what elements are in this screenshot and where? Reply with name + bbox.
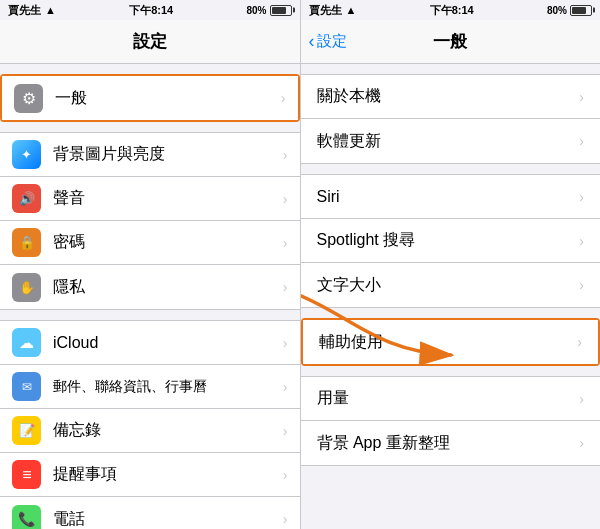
spotlight-label: Spotlight 搜尋 bbox=[317, 230, 580, 251]
right-group-2: Siri › Spotlight 搜尋 › 文字大小 › bbox=[301, 174, 601, 308]
battery-icon-left bbox=[270, 5, 292, 16]
list-item-passcode[interactable]: 🔒 密碼 › bbox=[0, 221, 300, 265]
wifi-icon-left: ▲ bbox=[45, 4, 56, 16]
usage-chevron: › bbox=[579, 391, 584, 407]
nav-bar-left: 設定 bbox=[0, 20, 300, 64]
battery-percent-left: 80% bbox=[246, 5, 266, 16]
phone-icon: 📞 bbox=[12, 505, 41, 530]
general-chevron: › bbox=[281, 90, 286, 106]
nav-title-right: 一般 bbox=[433, 30, 467, 53]
carrier-right: 賈先生 bbox=[309, 3, 342, 18]
left-group-2: ✦ 背景圖片與亮度 › 🔊 聲音 › 🔒 密碼 › bbox=[0, 132, 300, 310]
text-size-label: 文字大小 bbox=[317, 275, 580, 296]
wallpaper-label: 背景圖片與亮度 bbox=[53, 144, 283, 165]
right-group-4: 用量 › 背景 App 重新整理 › bbox=[301, 376, 601, 466]
general-label: 一般 bbox=[55, 88, 281, 109]
icloud-label: iCloud bbox=[53, 334, 283, 352]
list-item-phone[interactable]: 📞 電話 › bbox=[0, 497, 300, 529]
icloud-icon: ☁ bbox=[12, 328, 41, 357]
carrier-left: 賈先生 bbox=[8, 3, 41, 18]
status-bar-right-left: 賈先生 ▲ bbox=[309, 3, 357, 18]
notes-icon: 📝 bbox=[12, 416, 41, 445]
list-item-software-update[interactable]: 軟體更新 › bbox=[301, 119, 601, 163]
mail-chevron: › bbox=[283, 379, 288, 395]
status-bar-left: 賈先生 ▲ 下午8:14 80% bbox=[0, 0, 300, 20]
list-item-spotlight[interactable]: Spotlight 搜尋 › bbox=[301, 219, 601, 263]
list-item-siri[interactable]: Siri › bbox=[301, 175, 601, 219]
sounds-chevron: › bbox=[283, 191, 288, 207]
usage-label: 用量 bbox=[317, 388, 580, 409]
phone-label: 電話 bbox=[53, 509, 283, 530]
mail-icon: ✉ bbox=[12, 372, 41, 401]
status-bar-right: 賈先生 ▲ 下午8:14 80% bbox=[301, 0, 601, 20]
status-bar-left-info: 賈先生 ▲ bbox=[8, 3, 56, 18]
nav-title-left: 設定 bbox=[133, 30, 167, 53]
wifi-icon-right: ▲ bbox=[346, 4, 357, 16]
list-item-general[interactable]: ⚙ 一般 › bbox=[2, 76, 298, 120]
reminders-chevron: › bbox=[283, 467, 288, 483]
right-scroll-content[interactable]: 關於本機 › 軟體更新 › Siri › Spotlight 搜尋 › 文字大小… bbox=[301, 64, 601, 529]
sounds-icon: 🔊 bbox=[12, 184, 41, 213]
accessibility-chevron: › bbox=[577, 334, 582, 350]
back-label: 設定 bbox=[317, 32, 347, 51]
back-chevron: ‹ bbox=[309, 31, 315, 52]
list-item-notes[interactable]: 📝 備忘錄 › bbox=[0, 409, 300, 453]
privacy-chevron: › bbox=[283, 279, 288, 295]
background-app-chevron: › bbox=[579, 435, 584, 451]
list-item-sounds[interactable]: 🔊 聲音 › bbox=[0, 177, 300, 221]
passcode-icon: 🔒 bbox=[12, 228, 41, 257]
reminders-label: 提醒事項 bbox=[53, 464, 283, 485]
right-group-1: 關於本機 › 軟體更新 › bbox=[301, 74, 601, 164]
time-right: 下午8:14 bbox=[430, 3, 474, 18]
siri-label: Siri bbox=[317, 188, 580, 206]
status-bar-right-right: 80% bbox=[547, 5, 592, 16]
list-item-about[interactable]: 關於本機 › bbox=[301, 75, 601, 119]
right-phone-screen: 賈先生 ▲ 下午8:14 80% ‹ 設定 一般 關於本機 › 軟體更新 › bbox=[301, 0, 601, 529]
wallpaper-icon: ✦ bbox=[12, 140, 41, 169]
phone-chevron: › bbox=[283, 511, 288, 527]
list-item-icloud[interactable]: ☁ iCloud › bbox=[0, 321, 300, 365]
general-icon: ⚙ bbox=[14, 84, 43, 113]
software-update-chevron: › bbox=[579, 133, 584, 149]
reminders-icon: ≡ bbox=[12, 460, 41, 489]
background-app-label: 背景 App 重新整理 bbox=[317, 433, 580, 454]
sounds-label: 聲音 bbox=[53, 188, 283, 209]
left-group-general: ⚙ 一般 › bbox=[0, 74, 300, 122]
mail-label: 郵件、聯絡資訊、行事曆 bbox=[53, 378, 283, 396]
nav-bar-right: ‹ 設定 一般 bbox=[301, 20, 601, 64]
left-group-3: ☁ iCloud › ✉ 郵件、聯絡資訊、行事曆 › 📝 備忘錄 › bbox=[0, 320, 300, 529]
list-item-background-app[interactable]: 背景 App 重新整理 › bbox=[301, 421, 601, 465]
right-group-accessibility: 輔助使用 › bbox=[301, 318, 601, 366]
time-left: 下午8:14 bbox=[129, 3, 173, 18]
notes-label: 備忘錄 bbox=[53, 420, 283, 441]
wallpaper-chevron: › bbox=[283, 147, 288, 163]
about-label: 關於本機 bbox=[317, 86, 580, 107]
battery-percent-right: 80% bbox=[547, 5, 567, 16]
list-item-accessibility[interactable]: 輔助使用 › bbox=[303, 320, 599, 364]
left-scroll-content[interactable]: ⚙ 一般 › ✦ 背景圖片與亮度 › 🔊 聲音 › bbox=[0, 64, 300, 529]
notes-chevron: › bbox=[283, 423, 288, 439]
software-update-label: 軟體更新 bbox=[317, 131, 580, 152]
list-item-wallpaper[interactable]: ✦ 背景圖片與亮度 › bbox=[0, 133, 300, 177]
spotlight-chevron: › bbox=[579, 233, 584, 249]
icloud-chevron: › bbox=[283, 335, 288, 351]
back-button[interactable]: ‹ 設定 bbox=[309, 31, 347, 52]
text-size-chevron: › bbox=[579, 277, 584, 293]
passcode-label: 密碼 bbox=[53, 232, 283, 253]
about-chevron: › bbox=[579, 89, 584, 105]
privacy-icon: ✋ bbox=[12, 273, 41, 302]
siri-chevron: › bbox=[579, 189, 584, 205]
list-item-mail[interactable]: ✉ 郵件、聯絡資訊、行事曆 › bbox=[0, 365, 300, 409]
list-item-text-size[interactable]: 文字大小 › bbox=[301, 263, 601, 307]
battery-icon-right bbox=[570, 5, 592, 16]
passcode-chevron: › bbox=[283, 235, 288, 251]
list-item-usage[interactable]: 用量 › bbox=[301, 377, 601, 421]
left-phone-screen: 賈先生 ▲ 下午8:14 80% 設定 ⚙ 一般 › bbox=[0, 0, 300, 529]
list-item-privacy[interactable]: ✋ 隱私 › bbox=[0, 265, 300, 309]
privacy-label: 隱私 bbox=[53, 277, 283, 298]
accessibility-label: 輔助使用 bbox=[319, 332, 578, 353]
status-bar-right-info: 80% bbox=[246, 5, 291, 16]
list-item-reminders[interactable]: ≡ 提醒事項 › bbox=[0, 453, 300, 497]
